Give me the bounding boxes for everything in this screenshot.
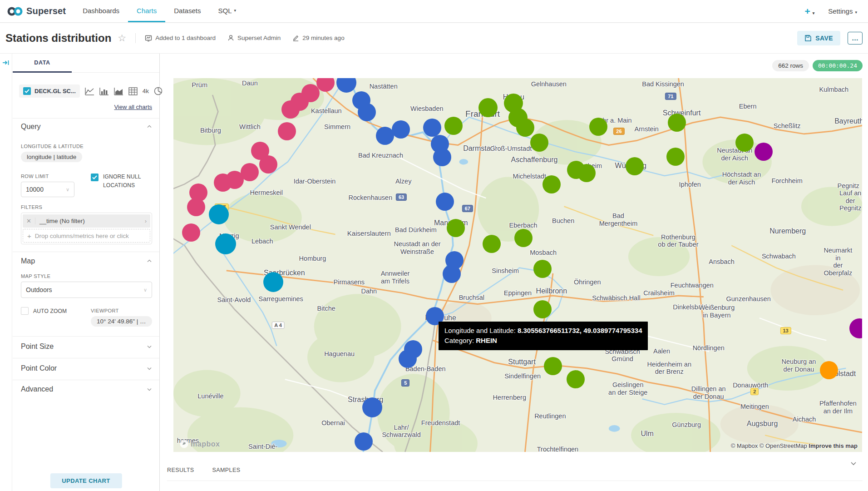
map-city-label: Groß-Umstadt [490, 144, 532, 152]
pie-chart-icon[interactable] [154, 87, 163, 95]
map-point-green[interactable] [577, 164, 596, 182]
section-point-size[interactable]: Point Size [21, 342, 152, 351]
map-point-blue[interactable] [362, 397, 382, 417]
mapbox-logo[interactable]: mapbox [180, 440, 220, 448]
table-icon[interactable] [128, 87, 138, 95]
filter-dropzone[interactable]: + Drop columns/metrics here or click [23, 229, 150, 243]
viewport-value-pill[interactable]: 10° 24' 49.86" | … [91, 316, 152, 327]
viz-type-label: DECK.GL SC... [35, 88, 76, 94]
nav-charts[interactable]: Charts [128, 0, 165, 22]
line-chart-icon[interactable] [85, 87, 94, 95]
map-tooltip: Longitude and Latitude: 8.30556376651173… [439, 322, 648, 350]
lonlat-value-pill[interactable]: longitude | latitude [21, 152, 82, 162]
section-advanced[interactable]: Advanced [21, 385, 152, 393]
viz-4k-label[interactable]: 4k [143, 88, 149, 94]
deckgl-scatter-map[interactable]: PrümDaunNastättenGelnhausenBad Kissingen… [173, 78, 862, 452]
dashboard-count-badge[interactable]: Added to 1 dashboard [145, 35, 216, 42]
mapbox-icon [180, 440, 188, 448]
map-city-label: Dahn [361, 288, 377, 295]
settings-menu[interactable]: Settings▾ [828, 7, 857, 15]
more-actions-button[interactable]: … [848, 32, 863, 45]
row-limit-select[interactable]: 10000∨ [21, 182, 74, 197]
filter-chip-time[interactable]: ✕ __time (No filter) › [23, 214, 150, 228]
map-point-orange[interactable] [820, 361, 838, 379]
map-point-purple[interactable] [755, 143, 773, 161]
map-point-green[interactable] [626, 157, 644, 175]
map-point-green[interactable] [589, 118, 607, 136]
map-city-label: Bad Kissingen [642, 80, 684, 88]
osm-attribution-link[interactable]: © OpenStreetMap [760, 442, 807, 449]
map-point-teal[interactable] [209, 204, 229, 224]
tab-results[interactable]: RESULTS [167, 467, 194, 473]
map-point-green[interactable] [567, 370, 585, 388]
collapse-results-chevron-icon[interactable] [850, 460, 857, 467]
tab-data[interactable]: DATA [13, 54, 72, 73]
expand-panel-icon[interactable] [2, 59, 10, 66]
superset-logo[interactable]: Superset [0, 0, 74, 22]
map-point-blue[interactable] [423, 119, 441, 137]
auto-zoom-checkbox[interactable]: AUTO ZOOM [21, 307, 67, 316]
tab-samples[interactable]: SAMPLES [212, 467, 241, 473]
map-point-green[interactable] [483, 235, 501, 253]
tooltip-coordinates: 8.305563766511732, 49.0389774795334 [518, 327, 642, 334]
improve-map-link[interactable]: Improve this map [809, 442, 858, 449]
map-point-blue[interactable] [355, 432, 373, 451]
map-point-green[interactable] [447, 219, 465, 237]
control-panel: DATA DECK.GL SC... 4k View all charts Qu… [13, 54, 160, 491]
update-chart-button[interactable]: UPDATE CHART [50, 473, 122, 488]
map-city-label: Buchen [552, 217, 574, 224]
plus-icon: + [27, 232, 31, 240]
map-point-pink[interactable] [187, 198, 205, 216]
map-point-green[interactable] [542, 175, 561, 193]
chevron-down-icon [147, 387, 152, 392]
last-modified-badge[interactable]: 29 minutes ago [292, 35, 344, 41]
map-city-label: Forchheim [771, 177, 803, 185]
chevron-down-icon: ∨ [143, 287, 147, 293]
map-city-label: Eppingen [504, 289, 532, 297]
map-point-blue[interactable] [433, 148, 451, 166]
map-point-blue[interactable] [436, 193, 454, 211]
map-point-pink[interactable] [259, 155, 277, 174]
map-point-blue[interactable] [399, 350, 417, 368]
map-point-teal[interactable] [215, 233, 236, 254]
section-map[interactable]: Map [21, 257, 152, 265]
owner-badge[interactable]: Superset Admin [227, 35, 281, 41]
road-shield: 13 [780, 327, 791, 334]
map-point-green[interactable] [533, 300, 552, 318]
map-point-green[interactable] [533, 260, 552, 278]
map-city-label: Sarreguemines [258, 295, 303, 303]
area-chart-icon[interactable] [114, 87, 123, 95]
map-point-pink[interactable] [182, 223, 200, 242]
map-point-green[interactable] [444, 117, 463, 135]
new-item-button[interactable]: +▾ [804, 6, 814, 17]
map-point-pink[interactable] [278, 122, 296, 140]
map-style-select[interactable]: Outdoors∨ [21, 282, 152, 298]
map-point-blue[interactable] [358, 103, 376, 121]
mapbox-attribution-link[interactable]: © Mapbox [731, 442, 758, 449]
map-point-green[interactable] [668, 114, 686, 132]
map-point-green[interactable] [735, 134, 754, 152]
map-point-teal[interactable] [263, 272, 283, 292]
favorite-star-icon[interactable]: ☆ [118, 33, 126, 44]
map-point-pink[interactable] [214, 174, 232, 192]
map-point-green[interactable] [666, 148, 685, 166]
nav-datasets[interactable]: Datasets [165, 0, 209, 22]
map-point-green[interactable] [544, 357, 562, 375]
map-point-green[interactable] [530, 134, 548, 152]
map-point-green[interactable] [478, 98, 498, 117]
bar-chart-icon[interactable] [99, 87, 109, 95]
map-point-green[interactable] [516, 119, 534, 137]
nav-dashboards[interactable]: Dashboards [74, 0, 128, 22]
map-point-blue[interactable] [392, 120, 410, 139]
ignore-null-checkbox[interactable]: IGNORE NULL LOCATIONS [91, 173, 154, 190]
remove-filter-icon[interactable]: ✕ [23, 218, 35, 224]
section-point-color[interactable]: Point Color [21, 364, 152, 372]
map-point-blue[interactable] [443, 265, 461, 283]
save-button[interactable]: SAVE [797, 31, 840, 45]
section-query[interactable]: Query [21, 123, 152, 131]
view-all-charts-link[interactable]: View all charts [114, 104, 152, 110]
map-point-pink[interactable] [281, 100, 300, 119]
map-point-green[interactable] [514, 229, 533, 247]
viz-type-selected[interactable]: DECK.GL SC... [19, 84, 80, 98]
nav-sql[interactable]: SQL▾ [209, 0, 245, 22]
